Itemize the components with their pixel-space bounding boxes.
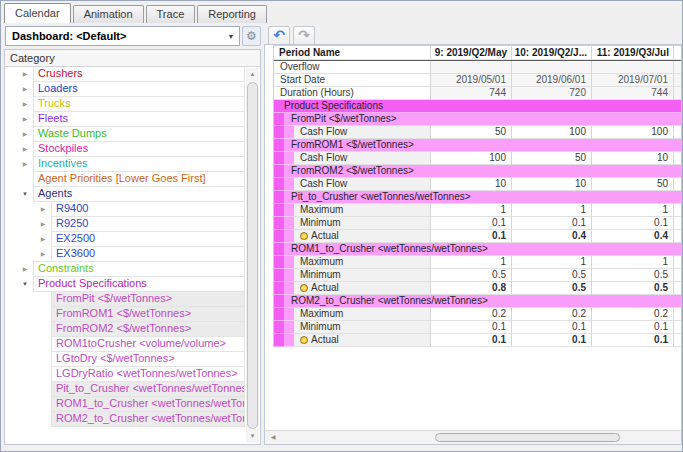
subgroup-header-row[interactable]: Pit_to_Crusher <wetTonnes/wetTonnes> <box>284 191 682 204</box>
expander-icon[interactable]: ▶ <box>17 157 33 172</box>
tree-item[interactable]: FromROM2 <$/wetTonnes> <box>5 322 245 337</box>
redo-button[interactable]: ↷ <box>293 26 315 46</box>
cell-value[interactable]: 0.2 <box>431 308 512 321</box>
expander-icon[interactable]: ▶ <box>35 217 51 232</box>
expander-icon[interactable]: ▶ <box>17 82 33 97</box>
cell-value[interactable]: 0.1 <box>431 217 512 230</box>
cell-value[interactable]: 0.5 <box>431 269 512 282</box>
tree-vertical-scrollbar[interactable]: ▲ ▼ <box>246 68 259 443</box>
cell-value[interactable] <box>674 334 682 347</box>
tree-item[interactable]: ▶ EX2500 <box>5 232 245 247</box>
cell-value[interactable] <box>674 204 682 217</box>
cell-value[interactable]: 0.5 <box>592 269 674 282</box>
tree-item[interactable]: ▶ Fleets <box>5 112 245 127</box>
cell-value[interactable]: 0.4 <box>512 230 592 243</box>
tab-trace[interactable]: Trace <box>146 5 196 23</box>
cell-value[interactable]: 0.1 <box>592 321 674 334</box>
tree-item[interactable]: ▶ Waste Dumps <box>5 127 245 142</box>
tree-item[interactable]: ▼ Product Specifications <box>5 277 245 292</box>
cell-value[interactable] <box>674 217 682 230</box>
cell-value[interactable] <box>674 321 682 334</box>
tree-item[interactable]: ▶ Incentives <box>5 157 245 172</box>
cell-value[interactable]: 10 <box>431 178 512 191</box>
grid-scrollbar-thumb[interactable] <box>435 433 620 442</box>
cell-value[interactable] <box>431 61 512 74</box>
cell-value[interactable]: 1 <box>592 204 674 217</box>
cell-value[interactable]: 744 <box>431 87 512 100</box>
cell-value[interactable] <box>674 230 682 243</box>
expander-icon[interactable]: ▶ <box>17 112 33 127</box>
cell-value[interactable] <box>512 61 592 74</box>
cell-value[interactable] <box>674 282 682 295</box>
tree-item[interactable]: Agent Priorities [Lower Goes First] <box>5 172 245 187</box>
cell-value[interactable]: 50 <box>431 126 512 139</box>
cell-value[interactable]: 0.1 <box>431 230 512 243</box>
cell-value[interactable]: 50 <box>592 178 674 191</box>
subgroup-header-row[interactable]: ROM2_to_Crusher <wetTonnes/wetTonnes> <box>284 295 682 308</box>
cell-value[interactable]: 0.4 <box>592 230 674 243</box>
cell-value[interactable]: 0.1 <box>592 217 674 230</box>
cell-value[interactable]: 0.2 <box>592 308 674 321</box>
tree-item[interactable]: ▶ EX3600 <box>5 247 245 262</box>
subgroup-header-row[interactable]: FromPit <$/wetTonnes> <box>284 113 682 126</box>
tree-item[interactable]: ▶ Crushers <box>5 67 245 82</box>
cell-value[interactable] <box>674 256 682 269</box>
expander-icon[interactable]: ▶ <box>35 202 51 217</box>
cell-value[interactable]: 0.1 <box>512 217 592 230</box>
cell-value[interactable]: 2019/06/01 <box>512 74 592 87</box>
grid-horizontal-scrollbar[interactable]: ◀ <box>265 430 681 444</box>
cell-value[interactable]: 0.8 <box>431 282 512 295</box>
subgroup-header-row[interactable]: FromROM2 <$/wetTonnes> <box>284 165 682 178</box>
group-header-row[interactable]: Product Specifications <box>274 100 682 113</box>
scroll-up-icon[interactable]: ▲ <box>246 68 259 81</box>
tree-item[interactable]: ROM1toCrusher <volume/volume> <box>5 337 245 352</box>
cell-value[interactable]: 100 <box>512 126 592 139</box>
cell-value[interactable]: 0.1 <box>431 321 512 334</box>
tree-item[interactable]: ▶ Loaders <box>5 82 245 97</box>
cell-value[interactable] <box>592 61 674 74</box>
tree-item[interactable]: FromROM1 <$/wetTonnes> <box>5 307 245 322</box>
cell-value[interactable]: 100 <box>431 152 512 165</box>
cell-value[interactable]: 100 <box>592 126 674 139</box>
cell-value[interactable]: 1 <box>431 256 512 269</box>
cell-value[interactable]: 1 <box>431 204 512 217</box>
expander-icon[interactable]: ▶ <box>17 127 33 142</box>
cell-value[interactable]: 0.1 <box>431 334 512 347</box>
cell-value[interactable]: 1 <box>512 204 592 217</box>
tree-item[interactable]: FromPit <$/wetTonnes> <box>5 292 245 307</box>
undo-button[interactable]: ↶ <box>268 26 290 46</box>
cell-value[interactable]: 0.5 <box>512 269 592 282</box>
expander-icon[interactable]: ▶ <box>17 262 33 277</box>
cell-value[interactable] <box>674 126 682 139</box>
expander-icon[interactable]: ▼ <box>17 277 33 292</box>
cell-value[interactable]: 50 <box>512 152 592 165</box>
dashboard-combobox[interactable]: Dashboard: <Default> ▼ <box>5 26 240 46</box>
tree-item[interactable]: LGtoDry <$/wetTonnes> <box>5 352 245 367</box>
expander-icon[interactable]: ▶ <box>17 67 33 82</box>
tree-scrollbar-thumb[interactable] <box>247 82 258 429</box>
cell-value[interactable] <box>674 178 682 191</box>
cell-value[interactable]: 2019/05/01 <box>431 74 512 87</box>
tree-item[interactable]: ▼ Agents <box>5 187 245 202</box>
expander-icon[interactable]: ▶ <box>17 142 33 157</box>
cell-value[interactable]: 0.1 <box>512 334 592 347</box>
cell-value[interactable]: 744 <box>592 87 674 100</box>
tree-item[interactable]: ROM1_to_Crusher <wetTonnes/wetTonnes> <box>5 397 245 412</box>
tree-item[interactable]: ROM2_to_Crusher <wetTonnes/wetTonnes> <box>5 412 245 427</box>
tab-animation[interactable]: Animation <box>73 5 144 23</box>
cell-value[interactable] <box>674 74 682 87</box>
cell-value[interactable]: 0.5 <box>592 282 674 295</box>
subgroup-header-row[interactable]: FromROM1 <$/wetTonnes> <box>284 139 682 152</box>
scroll-left-icon[interactable]: ◀ <box>266 431 280 444</box>
dashboard-settings-button[interactable]: ⚙ <box>242 26 261 46</box>
tree-item[interactable]: ▶ Trucks <box>5 97 245 112</box>
expander-icon[interactable]: ▶ <box>17 97 33 112</box>
cell-value[interactable]: 0.1 <box>592 334 674 347</box>
tree-item[interactable]: ▶ Stockpiles <box>5 142 245 157</box>
period-column-header[interactable]: 10: 2019/Q2/J... <box>512 46 592 60</box>
period-column-header[interactable]: 11: 2019/Q3/Jul <box>592 46 674 60</box>
tree-item[interactable]: Pit_to_Crusher <wetTonnes/wetTonnes> <box>5 382 245 397</box>
cell-value[interactable]: 0.5 <box>512 282 592 295</box>
tree-item[interactable]: ▶ R9250 <box>5 217 245 232</box>
cell-value[interactable]: 720 <box>512 87 592 100</box>
